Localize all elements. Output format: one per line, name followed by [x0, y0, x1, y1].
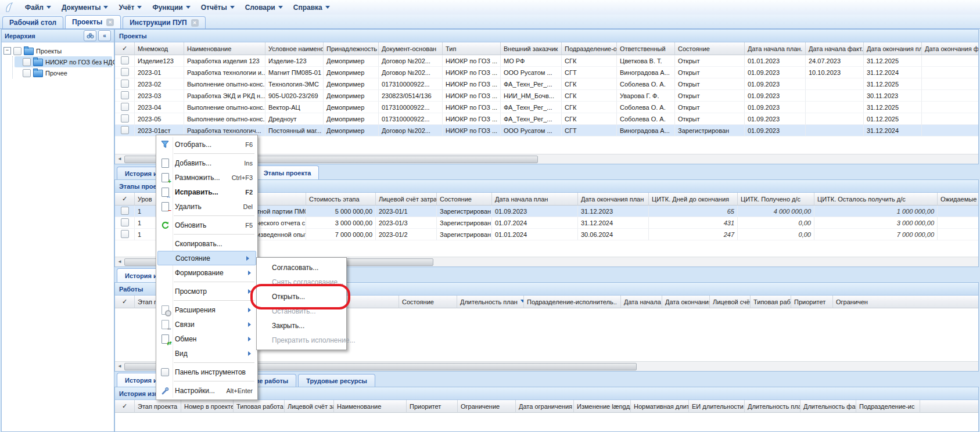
column-header[interactable]: Подразделение-исполнитель.. [524, 296, 621, 308]
row-checkbox[interactable] [121, 56, 129, 64]
menu-file[interactable]: Файл [20, 2, 56, 13]
menu-item-copy[interactable]: Скопировать... [156, 236, 257, 251]
tree-checkbox[interactable] [23, 69, 31, 77]
column-header-sorted[interactable]: Длительность план [457, 296, 524, 308]
submenu-item-approve[interactable]: Согласовать... [257, 260, 346, 275]
menu-item-toolbar[interactable]: Панель инструментов [156, 365, 257, 379]
column-header[interactable]: Состояние [399, 296, 457, 308]
column-header[interactable]: Ограничение [458, 400, 516, 413]
tree-node-root[interactable]: − Проекты [3, 45, 112, 56]
table-row[interactable]: 2023-01Разработка технологии и...Магнит … [115, 67, 978, 78]
column-header[interactable]: Нормативная длит [631, 400, 689, 413]
select-all-header[interactable]: ✓ [115, 42, 135, 55]
collapse-expander-icon[interactable]: − [3, 47, 11, 55]
column-header[interactable]: Лицевой счёт затрат. [376, 193, 437, 206]
menu-item-appearance[interactable]: Вид [156, 346, 257, 361]
column-header[interactable]: Стоимость этапа [306, 193, 376, 206]
column-header[interactable]: Дата начала план [492, 193, 578, 206]
row-checkbox[interactable] [121, 103, 129, 111]
column-header[interactable]: Документ-основан [379, 42, 443, 55]
search-button[interactable] [84, 30, 96, 41]
column-header[interactable]: Длительность пла [745, 400, 800, 413]
column-header[interactable]: Дата начала план. [621, 296, 662, 308]
row-checkbox[interactable] [121, 114, 129, 123]
collapse-panel-button[interactable]: « [98, 30, 111, 41]
scroll-left-icon[interactable]: ◄ [115, 362, 124, 371]
tab-project-stages[interactable]: Этапы проекта [256, 165, 320, 179]
tree-checkbox[interactable] [13, 47, 21, 55]
column-header[interactable]: Тип [443, 42, 501, 55]
select-all-header[interactable]: ✓ [115, 193, 135, 206]
table-row[interactable]: 2023-03Разработка ЭКД и РКД н...905-U020… [115, 90, 978, 102]
row-checkbox[interactable] [121, 91, 129, 99]
close-icon[interactable]: ✕ [106, 19, 114, 26]
column-header[interactable]: Внешний заказчик [501, 42, 562, 55]
tree-checkbox[interactable] [23, 58, 31, 66]
row-checkbox[interactable] [121, 80, 129, 88]
column-header[interactable]: ЦИТК. Осталось получить д/с [814, 193, 938, 206]
menu-item-settings[interactable]: Настройки...Alt+Enter [156, 383, 257, 398]
row-checkbox[interactable] [121, 230, 129, 238]
select-all-header[interactable]: ✓ [115, 296, 135, 308]
column-header[interactable]: Дата окончания план [662, 296, 710, 308]
column-header[interactable]: Типовая работа [234, 400, 285, 413]
column-header[interactable]: ЦИТК. Дней до окончания [649, 193, 738, 206]
menu-help[interactable]: Справка [288, 2, 335, 13]
row-checkbox[interactable] [121, 207, 129, 215]
column-header[interactable]: Номер в проекте [181, 400, 234, 413]
column-header[interactable]: ЦИТК. Получено д/с [738, 193, 814, 206]
column-header[interactable]: Приоритет [407, 400, 458, 413]
table-row[interactable]: 2023-02Выполнение опытно-конс...Технолог… [115, 78, 978, 90]
row-checkbox[interactable] [121, 218, 129, 226]
column-header[interactable]: Мнемокод [135, 42, 184, 55]
close-icon[interactable]: ✕ [191, 19, 199, 27]
tab-labor-resources[interactable]: Трудовые ресурсы [298, 374, 375, 387]
column-header[interactable]: Наименование [334, 400, 407, 413]
column-header[interactable]: Ограничен [833, 296, 978, 308]
menu-item-view[interactable]: Просмотр [156, 284, 257, 298]
tree-node-other[interactable]: Прочее [15, 67, 112, 78]
menu-item-refresh[interactable]: ОбновитьF5 [156, 218, 257, 232]
column-header[interactable] [920, 400, 978, 413]
column-header[interactable]: Состояние [437, 193, 492, 206]
column-header[interactable]: Этап проекта [135, 400, 181, 413]
menu-accounting[interactable]: Учёт [113, 2, 147, 13]
tab-projects[interactable]: Проекты✕ [65, 15, 121, 28]
menu-item-state[interactable]: Состояние [157, 251, 256, 265]
column-header[interactable]: Состояние [675, 42, 745, 55]
column-header[interactable]: Лицевой счёт затр [710, 296, 751, 308]
row-checkbox[interactable] [121, 68, 129, 76]
column-header[interactable]: Подразделение-ис [856, 400, 920, 413]
column-header[interactable]: Дата начала факт. [806, 42, 864, 55]
column-header[interactable]: Длительность фак [800, 400, 856, 413]
column-header[interactable]: Принадлежность [324, 42, 379, 55]
row-checkbox[interactable] [121, 126, 129, 134]
column-header[interactable]: Дата окончания ф [922, 42, 978, 55]
menu-functions[interactable]: Функции [147, 2, 195, 13]
menu-dictionaries[interactable]: Словари [240, 2, 288, 13]
menu-item-delete[interactable]: −УдалитьDel [156, 199, 257, 214]
tree-node-niokr[interactable]: НИОКР по ГОЗ без НДС [15, 56, 112, 67]
submenu-item-open[interactable]: Открыть... [257, 289, 346, 304]
select-all-header[interactable]: ✓ [115, 400, 135, 413]
column-header[interactable]: Дата окончания пл [864, 42, 922, 55]
menu-item-filter[interactable]: Отобрать...F6 [156, 137, 257, 152]
column-header[interactable]: Ожидаемые р [938, 193, 978, 206]
table-row[interactable]: 2023-05Выполнение опытно-конс...Дредноут… [115, 113, 978, 125]
scroll-left-icon[interactable]: ◄ [115, 257, 124, 267]
table-row[interactable]: 2023-04Выполнение опытно-конс...Вектор-А… [115, 102, 978, 113]
column-header[interactable]: Лицевой счёт затр [285, 400, 334, 413]
menu-documents[interactable]: Документы [56, 2, 113, 13]
tab-instructions[interactable]: Инструкции ПУП✕ [123, 16, 205, 28]
column-header[interactable]: Ответственный [617, 42, 675, 55]
menu-item-formation[interactable]: Формирование [156, 265, 257, 280]
table-row[interactable]: Изделие123Разработка изделия 123Изделие-… [115, 55, 978, 67]
submenu-item-close[interactable]: Закрыть... [257, 318, 346, 333]
scroll-left-icon[interactable]: ◄ [115, 154, 124, 164]
column-header[interactable]: Типовая работа [751, 296, 791, 308]
menu-item-links[interactable]: ∞Связи [156, 317, 257, 332]
column-header[interactable]: Наименование [184, 42, 265, 55]
column-header[interactable]: Дата окончания план [578, 193, 649, 206]
column-header[interactable]: Подразделение-от [562, 42, 617, 55]
menu-item-add[interactable]: Добавить...Ins [156, 156, 257, 170]
